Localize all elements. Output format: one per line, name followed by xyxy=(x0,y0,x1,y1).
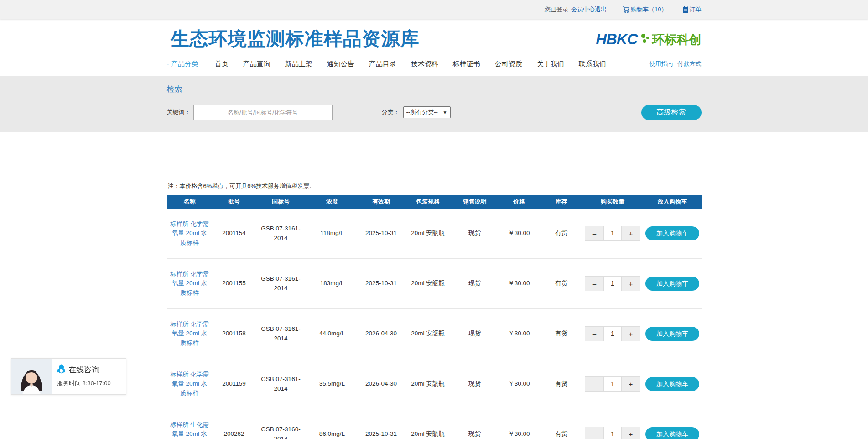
nav-item-product-category[interactable]: - 产品分类 xyxy=(167,60,198,68)
concentration-cell: 118mg/L xyxy=(306,229,359,238)
package-cell: 20ml 安瓿瓶 xyxy=(404,429,452,439)
nav-item[interactable]: 首页 xyxy=(215,60,229,68)
gsb-number-cell: GSB 07-3161-2014 xyxy=(256,274,306,293)
nav-item[interactable]: 产品查询 xyxy=(243,60,270,68)
product-name-link[interactable]: 标样所 化学需氧量 20ml 水质标样 xyxy=(170,220,209,246)
quantity-stepper: – 1 + xyxy=(585,276,640,291)
nav-right-links: 使用指南付款方式 xyxy=(650,60,702,68)
price-cell: ￥30.00 xyxy=(498,429,541,439)
order-icon xyxy=(683,6,689,13)
gsb-number-cell: GSB 07-3161-2014 xyxy=(256,324,306,343)
column-header: 名称 xyxy=(167,198,213,206)
nav-item[interactable]: 技术资料 xyxy=(411,60,438,68)
price-cell: ￥30.00 xyxy=(498,279,541,288)
column-header: 国标号 xyxy=(256,198,306,206)
nav-item[interactable]: 通知公告 xyxy=(327,60,354,68)
login-status-text: 您已登录 xyxy=(545,5,568,14)
agent-avatar xyxy=(11,359,52,394)
package-cell: 20ml 安瓿瓶 xyxy=(404,329,452,338)
add-to-cart-button[interactable]: 加入购物车 xyxy=(645,377,699,391)
nav-item[interactable]: 产品目录 xyxy=(369,60,396,68)
orders-link[interactable]: 订单 xyxy=(683,5,702,14)
nav-item[interactable]: 公司资质 xyxy=(495,60,522,68)
expiry-cell: 2026-04-30 xyxy=(359,379,404,388)
qty-minus-button[interactable]: – xyxy=(585,327,603,341)
member-center-link[interactable]: 会员中心 xyxy=(571,5,595,14)
column-header: 库存 xyxy=(541,198,582,206)
gsb-number-cell: GSB 07-3161-2014 xyxy=(256,375,306,393)
price-cell: ￥30.00 xyxy=(498,329,541,338)
nav-item[interactable]: 关于我们 xyxy=(537,60,564,68)
column-header: 购买数量 xyxy=(582,198,644,206)
qty-minus-button[interactable]: – xyxy=(585,226,603,240)
qty-value[interactable]: 1 xyxy=(603,427,622,439)
stock-cell: 有货 xyxy=(541,429,582,439)
table-row: 标样所 生化需氧量 20ml 水质标样 200262 GSB 07-3160-2… xyxy=(167,409,702,439)
batch-cell: 2001155 xyxy=(213,279,256,288)
category-label: 分类： xyxy=(382,108,400,116)
site-header: 生态环境监测标准样品资源库 HBKC 环标科创 xyxy=(167,19,702,55)
nav-item[interactable]: 标样证书 xyxy=(453,60,480,68)
add-to-cart-button[interactable]: 加入购物车 xyxy=(645,327,699,341)
batch-cell: 2001159 xyxy=(213,379,256,388)
qty-plus-button[interactable]: + xyxy=(622,226,640,240)
qty-plus-button[interactable]: + xyxy=(622,377,640,391)
consult-title: 在线咨询 xyxy=(68,365,99,375)
product-name-link[interactable]: 标样所 化学需氧量 20ml 水质标样 xyxy=(170,271,209,296)
column-header: 有效期 xyxy=(359,198,404,206)
column-header: 批号 xyxy=(213,198,256,206)
qty-value[interactable]: 1 xyxy=(603,377,622,391)
sale-status-cell: 现货 xyxy=(452,329,498,338)
batch-cell: 2001158 xyxy=(213,329,256,338)
product-name-link[interactable]: 标样所 化学需氧量 20ml 水质标样 xyxy=(170,371,209,397)
sale-status-cell: 现货 xyxy=(452,229,498,238)
qty-plus-button[interactable]: + xyxy=(622,427,640,439)
consult-widget[interactable]: 在线咨询 服务时间 8:30-17:00 xyxy=(11,358,126,395)
nav-item[interactable]: 新品上架 xyxy=(285,60,312,68)
search-section: 检索 关键词： 分类： --所有分类-- ▼ 高级检索 xyxy=(0,76,868,132)
qty-plus-button[interactable]: + xyxy=(622,277,640,291)
table-row: 标样所 化学需氧量 20ml 水质标样 2001159 GSB 07-3161-… xyxy=(167,359,702,409)
logout-link[interactable]: 退出 xyxy=(595,5,607,14)
header-utility-link[interactable]: 使用指南 xyxy=(650,60,673,68)
product-name-link[interactable]: 标样所 生化需氧量 20ml 水质标样 xyxy=(170,421,209,439)
orders-link-label: 订单 xyxy=(690,5,702,14)
concentration-cell: 44.0mg/L xyxy=(306,329,359,338)
cart-link[interactable]: 购物车（10） xyxy=(622,5,667,14)
category-select[interactable]: --所有分类-- ▼ xyxy=(403,106,451,118)
column-header: 放入购物车 xyxy=(644,198,702,206)
product-name-link[interactable]: 标样所 化学需氧量 20ml 水质标样 xyxy=(170,321,209,346)
tax-note: 注：本价格含6%税点，可开具6%技术服务增值税发票。 xyxy=(167,182,702,190)
qty-value[interactable]: 1 xyxy=(603,226,622,240)
qty-value[interactable]: 1 xyxy=(603,277,622,291)
category-select-value: --所有分类-- xyxy=(406,108,438,116)
stock-cell: 有货 xyxy=(541,229,582,238)
qq-icon xyxy=(57,364,66,376)
product-table: 名称批号国标号浓度有效期包装规格销售说明价格库存购买数量放入购物车 标样所 化学… xyxy=(167,195,702,439)
package-cell: 20ml 安瓿瓶 xyxy=(404,379,452,388)
batch-cell: 2001154 xyxy=(213,229,256,238)
cart-link-label: 购物车（10） xyxy=(631,5,667,14)
keyword-input[interactable] xyxy=(193,105,333,120)
price-cell: ￥30.00 xyxy=(498,379,541,388)
header-utility-link[interactable]: 付款方式 xyxy=(678,60,702,68)
add-to-cart-button[interactable]: 加入购物车 xyxy=(645,427,699,439)
expiry-cell: 2025-10-31 xyxy=(359,229,404,238)
qty-minus-button[interactable]: – xyxy=(585,277,603,291)
qty-value[interactable]: 1 xyxy=(603,327,622,341)
qty-plus-button[interactable]: + xyxy=(622,327,640,341)
qty-minus-button[interactable]: – xyxy=(585,427,603,439)
add-to-cart-button[interactable]: 加入购物车 xyxy=(645,277,699,291)
topbar: 您已登录 会员中心 退出 购物车（10） 订单 xyxy=(0,0,868,19)
add-to-cart-button[interactable]: 加入购物车 xyxy=(645,226,699,240)
stock-cell: 有货 xyxy=(541,329,582,338)
expiry-cell: 2025-10-31 xyxy=(359,429,404,439)
table-row: 标样所 化学需氧量 20ml 水质标样 2001154 GSB 07-3161-… xyxy=(167,209,702,259)
nav-item[interactable]: 联系我们 xyxy=(579,60,606,68)
advanced-search-button[interactable]: 高级检索 xyxy=(641,105,702,120)
cart-icon xyxy=(622,6,630,13)
expiry-cell: 2025-10-31 xyxy=(359,279,404,288)
logo-dots-icon xyxy=(640,33,650,47)
qty-minus-button[interactable]: – xyxy=(585,377,603,391)
stock-cell: 有货 xyxy=(541,379,582,388)
